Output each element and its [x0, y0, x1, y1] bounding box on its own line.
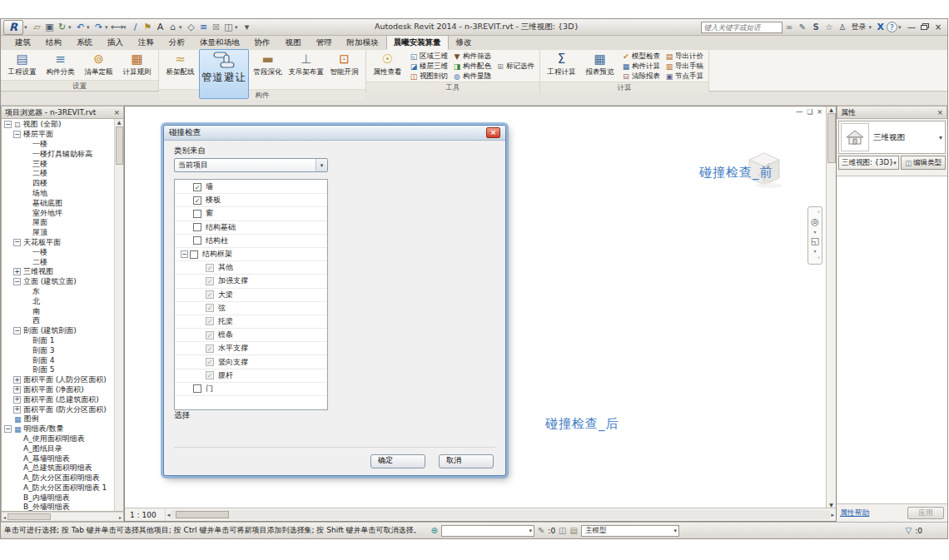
help-icon[interactable]: ?: [887, 22, 897, 32]
tree-item[interactable]: 室外地坪: [2, 208, 123, 218]
tree-item[interactable]: A_总建筑面积明细表: [2, 463, 123, 473]
project-browser-header[interactable]: 项目浏览器 - n-3REVIT.rvt ×: [1, 106, 124, 119]
left-source-dropdown[interactable]: 当前项目▾: [174, 158, 328, 172]
instance-selector[interactable]: 三维视图: {3D} ▾: [838, 156, 899, 170]
checkbox[interactable]: ✓: [206, 344, 214, 353]
tree-item[interactable]: 剖面 3: [2, 345, 123, 355]
tree-item[interactable]: 剖面 5: [2, 365, 123, 375]
tree-item[interactable]: 剖面 4: [2, 355, 123, 365]
apply-button[interactable]: 应用: [907, 507, 944, 519]
expander-icon[interactable]: −: [4, 121, 12, 128]
category-item[interactable]: ✓托梁: [175, 315, 327, 329]
properties-close-icon[interactable]: ×: [937, 108, 943, 116]
hanger-layout-button[interactable]: ⊥支吊架布置: [287, 51, 325, 76]
tree-item[interactable]: 一楼灯具辅助标高: [2, 149, 123, 159]
expander-icon[interactable]: −: [13, 278, 21, 285]
category-item[interactable]: ✓其他: [175, 261, 327, 275]
expander-icon[interactable]: −: [4, 425, 12, 433]
customize-qat-icon[interactable]: ▾: [241, 20, 253, 35]
restore-button[interactable]: [919, 22, 931, 32]
expander-icon[interactable]: +: [13, 268, 21, 275]
tree-item[interactable]: 西: [2, 316, 123, 326]
sync-icon[interactable]: ↻: [56, 20, 68, 35]
dialog-title-bar[interactable]: 碰撞检查 ×: [164, 126, 505, 141]
checkbox[interactable]: ✓: [206, 331, 214, 339]
application-menu-arrow-icon[interactable]: ▾: [24, 20, 30, 35]
region-3d-button[interactable]: ◱区域三维: [407, 52, 450, 62]
type-selector-arrow-icon[interactable]: ▾: [939, 134, 945, 141]
tree-item[interactable]: 二楼: [2, 257, 123, 267]
checkbox[interactable]: [193, 210, 201, 218]
checkbox[interactable]: [193, 223, 201, 231]
worksets-icon[interactable]: ⊕: [431, 526, 438, 535]
default-3d-view-icon-arrow[interactable]: ▾: [179, 20, 185, 35]
expander-icon[interactable]: +: [13, 376, 21, 384]
tree-item[interactable]: +面积平面 (人防分区面积): [2, 375, 123, 385]
checkbox[interactable]: [190, 250, 198, 259]
filter-icon[interactable]: ▽: [906, 526, 912, 535]
tree-item[interactable]: −剖面 (建筑剖面): [2, 326, 123, 336]
expander-icon[interactable]: +: [13, 386, 21, 394]
tree-item[interactable]: 四楼: [2, 179, 123, 189]
export-pricing-button[interactable]: ▤导出计价: [663, 52, 706, 62]
tab-注释[interactable]: 注释: [131, 35, 161, 50]
type-selector[interactable]: 三维视图 ▾: [838, 121, 946, 154]
tag-by-category-icon[interactable]: ⚑: [142, 20, 154, 35]
measure-icon-arrow[interactable]: ▾: [123, 20, 129, 35]
close-hidden-windows-icon[interactable]: ⊠: [210, 20, 222, 35]
category-item[interactable]: 门: [175, 383, 327, 396]
aligned-dimension-icon[interactable]: ∕: [129, 20, 142, 35]
model-check-button[interactable]: ✔模型检查: [619, 52, 663, 62]
component-visibility-button[interactable]: ◍构件显隐: [450, 72, 494, 82]
tree-item[interactable]: −楼层平面: [2, 130, 123, 140]
tree-item[interactable]: A_图纸目录: [2, 444, 123, 453]
mark-parts-button[interactable]: ⊞标记选件: [494, 62, 537, 72]
clear-report-button[interactable]: ⊟清除报表: [619, 72, 663, 82]
redo-icon-arrow[interactable]: ▾: [105, 20, 111, 35]
component-category-button[interactable]: ≡构件分类: [42, 51, 79, 76]
component-filter-button[interactable]: ▼构件筛选: [450, 52, 494, 62]
project-settings-button[interactable]: ▤工程设置: [3, 51, 41, 76]
category-item[interactable]: ✓加强支撑: [175, 275, 327, 288]
properties-header[interactable]: 属性 ×: [837, 106, 947, 119]
component-calc-button[interactable]: ▦构件计算: [619, 62, 663, 72]
property-view-button[interactable]: ☉属性查看: [369, 51, 406, 76]
pipe-avoidance-button[interactable]: 管道避让: [199, 49, 249, 99]
switch-windows-icon[interactable]: ◫: [222, 20, 235, 35]
tree-item[interactable]: +面积平面 (总建筑面积): [2, 394, 123, 404]
tab-插入[interactable]: 插入: [100, 35, 131, 50]
sign-in-label[interactable]: 登录: [850, 22, 868, 32]
list-quota-button[interactable]: ⊚清单定额: [80, 51, 117, 76]
tree-item[interactable]: A_防火分区面积明细表: [2, 473, 123, 483]
redo-icon[interactable]: ↷: [92, 20, 105, 35]
communication-center-icon[interactable]: ✎: [797, 22, 809, 32]
zoom-icon[interactable]: ◱: [811, 236, 819, 246]
checkbox[interactable]: ✓: [206, 290, 214, 299]
tree-item[interactable]: +三维视图: [2, 267, 123, 277]
checkbox[interactable]: ✓: [206, 304, 214, 312]
tab-系统[interactable]: 系统: [69, 35, 100, 50]
checkbox[interactable]: ✓: [206, 358, 214, 366]
tab-管理[interactable]: 管理: [309, 35, 340, 50]
application-menu-button[interactable]: R: [3, 20, 23, 35]
search-icon[interactable]: ∞: [783, 22, 796, 32]
sign-in-arrow-icon[interactable]: ▾: [869, 20, 875, 35]
checkbox[interactable]: [193, 384, 201, 393]
tree-item[interactable]: 二楼: [2, 169, 123, 179]
drawing-vertical-scrollbar[interactable]: ▲▼: [826, 107, 836, 508]
tree-item[interactable]: +面积平面 (净面积): [2, 385, 123, 395]
tree-item[interactable]: A_幕墙明细表: [2, 453, 123, 463]
close-button[interactable]: ×: [932, 20, 945, 35]
view-restore-icon[interactable]: ❏: [807, 108, 812, 116]
properties-help-link[interactable]: 属性帮助: [840, 508, 869, 518]
expander-icon[interactable]: −: [181, 250, 188, 258]
category-item[interactable]: ✓墙: [175, 181, 327, 194]
workset-dropdown[interactable]: ▾: [441, 525, 534, 537]
editable-only-icon[interactable]: ✎: [538, 526, 544, 535]
project-browser-close-icon[interactable]: ×: [113, 108, 120, 116]
project-calc-button[interactable]: Σ工程计算: [543, 51, 580, 76]
open-icon[interactable]: ▱: [31, 20, 43, 35]
tree-item[interactable]: 场地: [2, 189, 123, 199]
measure-icon[interactable]: ⟷: [111, 20, 123, 35]
category-item[interactable]: ✓竖向支撑: [175, 355, 327, 369]
